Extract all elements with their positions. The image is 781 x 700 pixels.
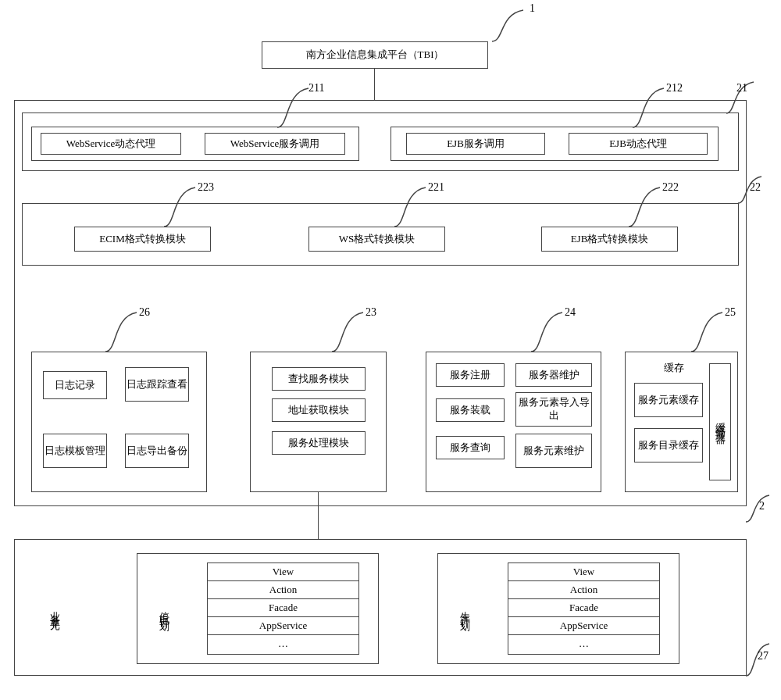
p2-more: … [508, 635, 659, 652]
plan1-label: 停电计划 [155, 566, 173, 652]
addr-acquire: 地址获取模块 [272, 398, 366, 422]
ejb-service-call: EJB服务调用 [406, 133, 545, 155]
label-212: 212 [666, 82, 683, 95]
svc-elem-cache: 服务元素缓存 [634, 383, 703, 417]
svc-query: 服务查询 [436, 436, 505, 459]
p1-action: Action [208, 581, 358, 599]
cache-manager: 缓存管理器 [709, 363, 731, 480]
label-26: 26 [139, 306, 150, 319]
p2-appservice: AppService [508, 617, 659, 635]
plan2-stack: View Action Facade AppService … [508, 562, 660, 655]
svc-process: 服务处理模块 [272, 431, 366, 455]
svc-elem-io: 服务元素导入导出 [515, 392, 592, 427]
biz-unit-label: 业务单元 [43, 562, 66, 656]
label-1: 1 [530, 2, 535, 15]
log-record: 日志记录 [43, 371, 107, 399]
label-22: 22 [750, 181, 761, 194]
p2-action: Action [508, 581, 659, 599]
p1-appservice: AppService [208, 617, 358, 635]
find-service: 查找服务模块 [272, 367, 366, 391]
p1-view: View [208, 563, 358, 581]
lead-2 [746, 492, 781, 535]
label-2: 2 [759, 500, 765, 512]
lead-1 [492, 6, 531, 49]
ws-service-call: WebService服务调用 [205, 133, 345, 155]
svc-load: 服务装载 [436, 398, 505, 422]
label-211: 211 [308, 82, 324, 95]
plan2-label: 生产计划 [455, 566, 474, 652]
svc-register: 服务注册 [436, 363, 505, 387]
p1-more: … [208, 635, 358, 652]
ws-dynamic-proxy: WebService动态代理 [41, 133, 181, 155]
label-27: 27 [758, 650, 769, 662]
log-export-backup: 日志导出备份 [125, 434, 189, 468]
log-template-mgmt: 日志模板管理 [43, 434, 107, 468]
ejb-conv: EJB格式转换模块 [541, 227, 678, 252]
p2-view: View [508, 563, 659, 581]
label-223: 223 [198, 181, 214, 194]
server-maint: 服务器维护 [515, 363, 592, 387]
p1-facade: Facade [208, 599, 358, 617]
svc-elem-maint: 服务元素维护 [515, 434, 592, 468]
label-24: 24 [565, 306, 576, 319]
p2-facade: Facade [508, 599, 659, 617]
ws-conv: WS格式转换模块 [308, 227, 445, 252]
plan1-stack: View Action Facade AppService … [207, 562, 359, 655]
label-221: 221 [428, 181, 444, 194]
label-23: 23 [366, 306, 376, 319]
svc-dir-cache: 服务目录缓存 [634, 428, 703, 462]
log-track-view: 日志跟踪查看 [125, 367, 189, 402]
label-222: 222 [662, 181, 679, 194]
ejb-dynamic-proxy: EJB动态代理 [569, 133, 708, 155]
ecim-conv: ECIM格式转换模块 [74, 227, 211, 252]
label-21: 21 [736, 82, 747, 95]
top-title: 南方企业信息集成平台（TBI） [262, 41, 488, 69]
cache-title: 缓存 [640, 361, 707, 375]
label-25: 25 [725, 306, 736, 319]
